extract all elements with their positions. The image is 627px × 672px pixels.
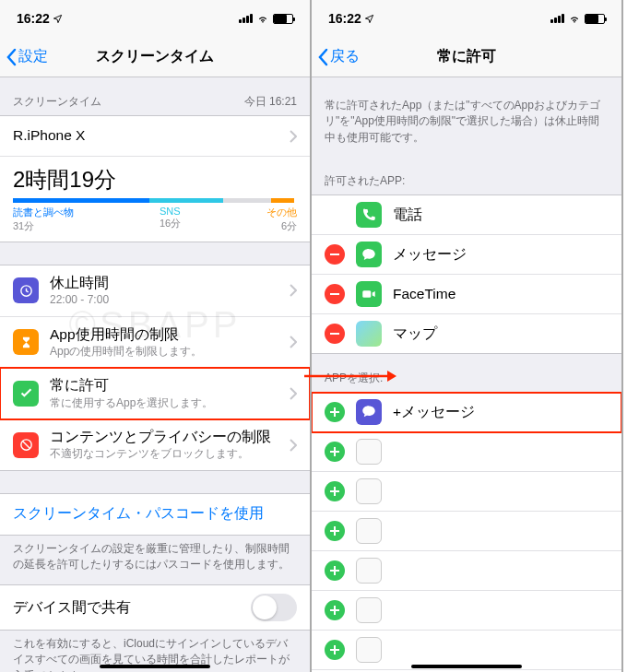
chevron-right-icon <box>290 336 297 348</box>
status-bar: 16:22 <box>312 0 621 37</box>
overview-timestamp: 今日 16:21 <box>244 94 297 110</box>
page-title: スクリーンタイム <box>96 47 214 66</box>
downtime-row[interactable]: 休止時間22:00 - 7:00 <box>0 265 310 317</box>
allowed-messages[interactable]: メッセージ <box>312 235 621 275</box>
choose-app-3[interactable] <box>312 512 621 551</box>
remove-button[interactable] <box>325 244 345 265</box>
back-label: 設定 <box>18 47 48 66</box>
screen-screentime: 16:22 設定 スクリーンタイム スクリーンタイム 今日 16:21 R.iP… <box>0 0 312 672</box>
choose-plus-message[interactable]: +メッセージ <box>312 393 621 432</box>
allowed-facetime[interactable]: FaceTime <box>312 275 621 314</box>
clock: 16:22 <box>328 11 361 26</box>
svg-rect-3 <box>362 290 371 298</box>
add-button[interactable] <box>325 442 345 462</box>
app-icon <box>356 637 382 663</box>
intro-text: 常に許可されたApp（または"すべてのAppおよびカテゴリ"を"App使用時間の… <box>312 77 621 157</box>
add-button[interactable] <box>325 402 345 422</box>
cellular-icon <box>550 14 564 23</box>
app-icon <box>356 558 382 584</box>
overview-header: スクリーンタイム 今日 16:21 <box>0 77 310 115</box>
allowed-phone: 電話 <box>312 195 621 235</box>
chevron-right-icon <box>290 387 297 400</box>
usage-legend: 読書と調べ物31分 SNS16分 その他6分 <box>13 206 297 233</box>
usage-summary[interactable]: 2時間19分 読書と調べ物31分 SNS16分 その他6分 <box>0 157 310 242</box>
add-button[interactable] <box>325 521 345 541</box>
screen-always-allowed: 16:22 戻る 常に許可 常に許可されたApp（または"すべてのAppおよびカ… <box>312 0 623 672</box>
chevron-right-icon <box>290 439 297 452</box>
chevron-right-icon <box>290 130 297 143</box>
usage-bar <box>13 198 297 203</box>
back-button[interactable]: 設定 <box>6 47 48 66</box>
phone-app-icon <box>356 202 382 228</box>
remove-button[interactable] <box>325 324 345 344</box>
annotation-arrow-icon <box>304 367 396 385</box>
always-allowed-row[interactable]: 常に許可常に使用するAppを選択します。 <box>0 368 310 419</box>
plus-message-app-icon <box>356 399 382 425</box>
page-title: 常に許可 <box>437 47 496 66</box>
check-icon <box>13 381 39 407</box>
back-button[interactable]: 戻る <box>317 47 360 66</box>
maps-app-icon <box>356 321 382 347</box>
hourglass-icon <box>13 329 39 355</box>
app-icon <box>356 518 382 544</box>
home-indicator[interactable] <box>100 665 210 668</box>
passcode-footer: スクリーンタイムの設定を厳重に管理したり、制限時間の延長を許可したりするにはパス… <box>0 536 310 584</box>
app-limit-row[interactable]: App使用時間の制限Appの使用時間を制限します。 <box>0 317 310 369</box>
status-bar: 16:22 <box>0 0 310 37</box>
downtime-icon <box>13 277 39 303</box>
location-icon <box>53 14 63 24</box>
facetime-app-icon <box>356 281 382 307</box>
back-label: 戻る <box>330 47 360 66</box>
total-time: 2時間19分 <box>13 165 297 195</box>
wifi-icon <box>568 12 581 25</box>
clock: 16:22 <box>17 11 50 26</box>
choose-app-2[interactable] <box>312 472 621 512</box>
add-button[interactable] <box>325 560 345 581</box>
wifi-icon <box>256 12 269 25</box>
chevron-right-icon <box>290 284 297 297</box>
passcode-row[interactable]: スクリーンタイム・パスコードを使用 <box>0 494 310 535</box>
add-button[interactable] <box>325 600 345 620</box>
allowed-maps[interactable]: マップ <box>312 314 621 353</box>
chevron-left-icon <box>317 48 328 66</box>
content-privacy-row[interactable]: コンテンツとプライバシーの制限不適切なコンテンツをブロックします。 <box>0 419 310 470</box>
share-switch[interactable] <box>251 594 297 621</box>
remove-button[interactable] <box>325 284 345 304</box>
chevron-left-icon <box>6 48 17 66</box>
app-icon <box>356 439 382 465</box>
cellular-icon <box>239 14 253 23</box>
app-icon <box>356 478 382 504</box>
nav-bar: 戻る 常に許可 <box>312 37 621 77</box>
app-icon <box>356 597 382 623</box>
add-button[interactable] <box>325 481 345 501</box>
location-icon <box>364 14 374 24</box>
nav-bar: 設定 スクリーンタイム <box>0 37 310 77</box>
allowed-header: 許可されたAPP: <box>312 157 621 195</box>
choose-app-5[interactable] <box>312 591 621 631</box>
home-indicator[interactable] <box>411 665 522 668</box>
messages-app-icon <box>356 242 382 267</box>
choose-app-4[interactable] <box>312 551 621 591</box>
battery-icon <box>273 14 293 24</box>
share-row[interactable]: デバイス間で共有 <box>0 585 310 630</box>
device-row[interactable]: R.iPhone X <box>0 116 310 157</box>
add-button[interactable] <box>325 640 345 660</box>
stop-icon <box>13 432 39 458</box>
choose-app-1[interactable] <box>312 432 621 472</box>
battery-icon <box>585 14 605 24</box>
